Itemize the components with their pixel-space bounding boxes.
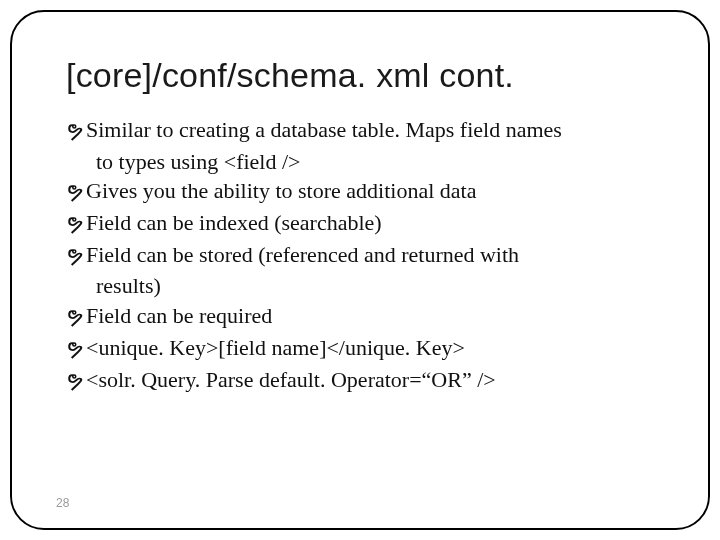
slide-body: ຯ Similar to creating a database table. … <box>66 115 654 394</box>
slide-title: [core]/conf/schema. xml cont. <box>66 56 654 95</box>
list-item: ຯ Field can be stored (referenced and re… <box>66 240 654 270</box>
list-item: ຯ Field can be indexed (searchable) <box>66 208 654 238</box>
bullet-text: Field can be required <box>82 301 654 331</box>
list-item: ຯ Similar to creating a database table. … <box>66 115 654 145</box>
bullet-icon: ຯ <box>66 365 80 395</box>
bullet-text: Field can be indexed (searchable) <box>82 208 654 238</box>
bullet-text: Field can be stored (referenced and retu… <box>82 240 654 270</box>
bullet-text: Gives you the ability to store additiona… <box>82 176 654 206</box>
bullet-icon: ຯ <box>66 240 80 270</box>
bullet-icon: ຯ <box>66 208 80 238</box>
list-item: ຯ <unique. Key>[field name]</unique. Key… <box>66 333 654 363</box>
bullet-text: Similar to creating a database table. Ma… <box>82 115 654 145</box>
bullet-text: <solr. Query. Parse default. Operator=“O… <box>82 365 654 395</box>
bullet-icon: ຯ <box>66 115 80 145</box>
list-item: ຯ Gives you the ability to store additio… <box>66 176 654 206</box>
bullet-text-cont: to types using <field /> <box>66 147 654 177</box>
bullet-icon: ຯ <box>66 301 80 331</box>
slide-frame: [core]/conf/schema. xml cont. ຯ Similar … <box>10 10 710 530</box>
bullet-icon: ຯ <box>66 333 80 363</box>
bullet-text: <unique. Key>[field name]</unique. Key> <box>82 333 654 363</box>
list-item: ຯ Field can be required <box>66 301 654 331</box>
slide-number: 28 <box>56 496 69 510</box>
bullet-text-cont: results) <box>66 271 654 301</box>
bullet-icon: ຯ <box>66 176 80 206</box>
list-item: ຯ <solr. Query. Parse default. Operator=… <box>66 365 654 395</box>
